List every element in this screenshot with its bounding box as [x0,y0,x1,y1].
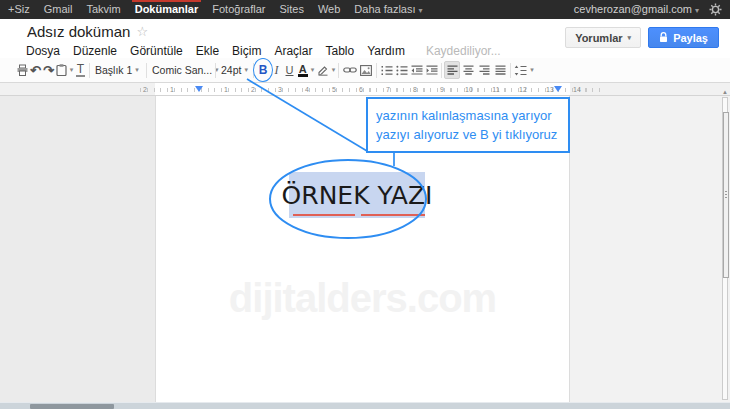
justify-button[interactable] [492,61,508,79]
ruler[interactable]: 211234567891011121314 [0,83,730,96]
print-button[interactable] [16,61,29,79]
redo-button[interactable]: ↷ [42,61,55,79]
annotation-text-line1: yazının kalınlaşmasına yarıyor [376,106,560,125]
share-label: Paylaş [673,32,708,44]
comments-button[interactable]: Yorumlar ▾ [565,27,641,48]
menu-tools[interactable]: Araçlar [274,44,312,58]
menu-insert[interactable]: Ekle [196,44,219,58]
horizontal-scrollbar-thumb[interactable] [30,404,114,409]
ruler-number: 2 [251,85,255,94]
ruler-number: 2 [143,85,147,94]
font-size-dropdown[interactable]: 24pt ▾ [218,61,251,79]
ruler-number: 14 [573,85,581,94]
document-workspace: dijitalders.com ÖRNEK YAZI [0,96,730,409]
topbar-item-plus-you[interactable]: +Siz [0,0,37,19]
ruler-number: 9 [440,85,444,94]
italic-icon: I [275,63,279,78]
bold-button[interactable]: B [256,61,270,79]
highlight-color-button[interactable]: ▾ [316,61,336,79]
text-color-icon: A [298,64,308,77]
toolbar-separator [146,63,147,78]
document-text[interactable]: ÖRNEK YAZI [289,172,425,218]
menu-edit[interactable]: Düzenle [73,44,117,58]
decrease-indent-button[interactable] [409,61,424,79]
align-left-button[interactable] [444,61,460,79]
gear-icon[interactable] [709,3,722,16]
annotation-callout: yazının kalınlaşmasına yarıyor yazıyı al… [366,97,570,153]
underline-button[interactable]: U [283,61,296,79]
topbar-item-calendar[interactable]: Takvim [79,0,127,19]
paint-format-icon: T [76,64,85,77]
menu-file[interactable]: Dosya [26,44,60,58]
vertical-scrollbar-track[interactable] [722,97,728,400]
topbar-item-gmail[interactable]: Gmail [37,0,80,19]
account-menu[interactable]: cevherozan@gmail.com▾ [574,0,699,20]
line-spacing-button[interactable]: ▾ [513,61,535,79]
spellcheck-underline [293,214,355,216]
toolbar-separator [376,63,377,78]
ruler-number: 3 [278,85,282,94]
chevron-down-icon: ▾ [244,66,248,74]
document-title[interactable]: Adsız doküman [27,23,130,40]
comments-label: Yorumlar [575,32,622,44]
paragraph-style-dropdown[interactable]: Başlık 1 ▾ [92,61,144,79]
share-button[interactable]: Paylaş [648,27,719,48]
menu-format[interactable]: Biçim [232,44,261,58]
insert-link-button[interactable] [341,61,358,79]
align-right-button[interactable] [476,61,492,79]
scrollbar-grip [725,191,727,198]
topbar-item-photos[interactable]: Fotoğraflar [205,0,272,19]
ruler-margin-marker[interactable] [195,86,203,92]
chevron-down-icon: ▾ [695,6,699,15]
menu-help[interactable]: Yardım [367,44,405,58]
ruler-number: 1 [224,85,228,94]
undo-button[interactable]: ↶ [29,61,42,79]
watermark: dijitalders.com [156,276,569,321]
chevron-down-icon: ▾ [311,66,315,74]
horizontal-scrollbar[interactable] [0,402,730,409]
chevron-down-icon: ▾ [332,66,336,74]
align-center-button[interactable] [460,61,476,79]
vertical-scrollbar[interactable]: ▲ ▼ [721,88,729,409]
star-icon[interactable]: ☆ [136,24,148,39]
toolbar-separator [510,63,511,78]
font-size-value: 24pt [221,64,241,76]
ruler-number: 12 [519,85,527,94]
topbar-item-sites[interactable]: Sites [272,0,310,19]
text-color-button[interactable]: A ▾ [296,61,316,79]
vertical-scrollbar-thumb[interactable] [723,112,729,278]
underline-icon: U [286,64,294,76]
undo-icon: ↶ [30,64,41,77]
bulleted-list-button[interactable] [394,61,409,79]
topbar-item-web[interactable]: Web [311,0,347,19]
toolbar-separator [253,63,254,78]
spellcheck-underline [361,214,425,216]
chevron-down-icon: ▾ [419,6,423,15]
italic-button[interactable]: I [270,61,283,79]
menu-table[interactable]: Tablo [325,44,354,58]
formatting-toolbar: ↶ ↷ ▾ T Başlık 1 ▾ Comic San... ▾ 24pt ▾… [0,58,730,83]
topbar-item-documents[interactable]: Dokümanlar [128,0,206,19]
ruler-number: 8 [413,85,417,94]
paint-format-button[interactable]: T [74,61,87,79]
numbered-list-button[interactable] [379,61,394,79]
document-header: Adsız doküman ☆ Dosya Düzenle Görüntüle … [0,19,730,58]
ruler-ticks [140,88,600,92]
insert-image-button[interactable] [358,61,374,79]
toolbar-separator [215,63,216,78]
menu-view[interactable]: Görüntüle [130,44,183,58]
increase-indent-button[interactable] [424,61,439,79]
menubar: Dosya Düzenle Görüntüle Ekle Biçim Araçl… [26,44,501,58]
chevron-down-icon: ▾ [135,66,139,74]
toolbar-separator [338,63,339,78]
ruler-margin-marker[interactable] [554,86,562,92]
ruler-number: 6 [359,85,363,94]
scroll-up-icon[interactable]: ▲ [721,88,729,96]
toolbar-separator [441,63,442,78]
ruler-number: 13 [546,85,554,94]
save-status: Kaydediliyor... [426,44,501,58]
font-dropdown[interactable]: Comic San... ▾ [149,61,213,79]
chevron-down-icon: ▾ [530,66,534,74]
topbar-item-more[interactable]: Daha fazlası▾ [347,0,429,19]
web-clipboard-button[interactable]: ▾ [55,61,74,79]
